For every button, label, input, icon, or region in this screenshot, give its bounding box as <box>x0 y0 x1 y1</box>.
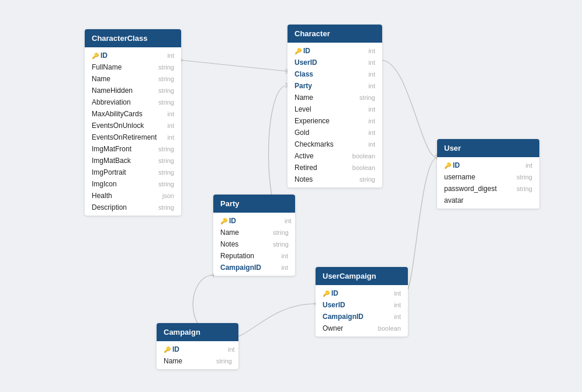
table-character-header: Character <box>287 25 382 43</box>
field-name: ImgPortrait <box>92 168 144 176</box>
field-type: string <box>158 64 174 71</box>
field-name: Retired <box>295 164 347 172</box>
field-type: boolean <box>352 164 375 171</box>
pk-icon: 🔑 <box>92 53 99 59</box>
field-type: int <box>228 346 235 353</box>
field-name: ID <box>172 345 225 353</box>
field-name: Health <box>92 192 144 200</box>
table-row: avatar <box>437 195 539 206</box>
field-name: ID <box>331 289 384 297</box>
field-type: string <box>158 99 174 106</box>
table-row: Healthjson <box>85 190 181 202</box>
table-row: Notesstring <box>287 174 382 185</box>
field-type: int <box>281 264 288 271</box>
table-row: FullNamestring <box>85 61 181 73</box>
table-characterclass-header: CharacterClass <box>85 29 181 47</box>
field-name: Reputation <box>220 252 273 260</box>
field-name: CampaignID <box>220 263 273 272</box>
field-name: Name <box>164 357 216 365</box>
table-row: Levelint <box>287 103 382 115</box>
table-row: Reputationint <box>213 250 295 262</box>
pk-icon: 🔑 <box>323 290 330 297</box>
field-type: boolean <box>352 152 375 159</box>
table-row: EventsOnRetirementint <box>85 131 181 143</box>
field-type: string <box>158 75 174 82</box>
field-type: int <box>167 110 174 117</box>
field-name: Owner <box>323 324 375 332</box>
field-name: EventsOnRetirement <box>92 133 157 141</box>
field-type: string <box>158 169 174 176</box>
table-party: Party 🔑 ID int Namestring Notesstring Re… <box>213 195 295 276</box>
field-type: string <box>359 94 375 101</box>
field-name: ID <box>453 161 505 169</box>
table-characterclass: CharacterClass 🔑 ID int FullNamestring N… <box>85 29 181 216</box>
field-name: Name <box>220 228 273 237</box>
field-type: int <box>167 122 174 129</box>
table-row: Checkmarksint <box>287 138 382 150</box>
table-row: password_digeststring <box>437 183 539 195</box>
field-name: ID <box>303 47 356 55</box>
field-name: Description <box>92 203 144 211</box>
table-row: Goldint <box>287 127 382 138</box>
field-type: int <box>281 252 288 259</box>
table-row: 🔑 ID int <box>213 215 295 227</box>
field-name: Name <box>92 75 144 83</box>
table-user-header: User <box>437 139 539 157</box>
table-row: usernamestring <box>437 171 539 183</box>
field-name: CampaignID <box>323 313 375 321</box>
field-type: int <box>394 290 401 297</box>
field-name: EventsOnUnlock <box>92 122 144 130</box>
table-campaign: Campaign 🔑 ID int Namestring <box>157 323 238 369</box>
field-type: string <box>517 185 532 192</box>
table-row: CampaignIDint <box>316 311 408 322</box>
field-name: username <box>444 173 497 181</box>
field-type: string <box>158 87 174 94</box>
field-name: Party <box>295 82 347 90</box>
field-type: string <box>158 157 174 164</box>
table-row: ImgIconstring <box>85 178 181 190</box>
field-type: string <box>158 204 174 211</box>
field-type: int <box>167 52 174 59</box>
field-type: int <box>368 129 375 136</box>
field-type: int <box>394 301 401 308</box>
field-type: int <box>368 141 375 148</box>
field-name: ID <box>101 51 153 60</box>
table-row: Classint <box>287 68 382 80</box>
pk-icon: 🔑 <box>295 48 302 54</box>
field-name: Class <box>295 70 347 78</box>
field-name: UserID <box>323 301 375 309</box>
field-type: int <box>368 47 375 54</box>
field-type: int <box>525 162 532 169</box>
field-type: int <box>167 134 174 141</box>
field-name: Abbreviation <box>92 98 144 106</box>
table-row: 🔑 ID int <box>316 287 408 299</box>
table-characterclass-body: 🔑 ID int FullNamestring Namestring NameH… <box>85 47 181 216</box>
table-row: Notesstring <box>213 238 295 250</box>
table-party-header: Party <box>213 195 295 213</box>
table-row: ImgMatBackstring <box>85 155 181 166</box>
field-type: int <box>368 117 375 124</box>
table-row: NameHiddenstring <box>85 85 181 96</box>
table-row: Abbreviationstring <box>85 96 181 108</box>
field-type: int <box>285 217 292 224</box>
field-type: string <box>158 181 174 188</box>
table-row: UserIDint <box>316 299 408 311</box>
table-row: 🔑 ID int <box>287 45 382 57</box>
table-row: ImgMatFrontstring <box>85 143 181 155</box>
table-row: Activeboolean <box>287 150 382 162</box>
field-name: ImgMatFront <box>92 145 144 153</box>
field-name: avatar <box>444 196 497 204</box>
field-type: string <box>273 241 289 248</box>
table-row: Descriptionstring <box>85 202 181 213</box>
field-type: string <box>158 145 174 152</box>
table-row: Namestring <box>287 92 382 103</box>
field-type: string <box>359 176 375 183</box>
table-row: EventsOnUnlockint <box>85 120 181 131</box>
canvas: CharacterClass 🔑 ID int FullNamestring N… <box>0 0 582 392</box>
field-name: Notes <box>295 175 347 183</box>
table-character: Character 🔑 ID int UserIDint Classint Pa… <box>287 25 382 188</box>
table-row: 🔑 ID int <box>157 344 238 355</box>
field-name: UserID <box>295 58 347 67</box>
table-row: Ownerboolean <box>316 322 408 334</box>
table-row: MaxAbilityCardsint <box>85 108 181 120</box>
